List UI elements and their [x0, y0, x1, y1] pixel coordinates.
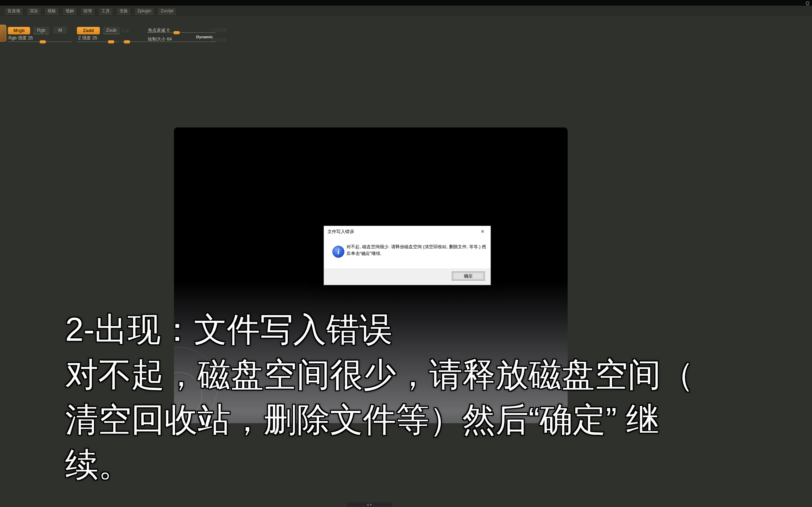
rgb-intensity-handle[interactable]	[39, 40, 46, 44]
subtitle-text: 2-出现：文件写入错误 对不起，磁盘空间很少，请释放磁盘空间（ 清空回收站，删除…	[65, 307, 694, 487]
info-icon: i	[332, 246, 344, 258]
menu-item-stencil[interactable]: 模板	[44, 7, 59, 15]
menu-item-render[interactable]: 渲染	[26, 7, 41, 15]
menu-item-zplugin[interactable]: Zplugin	[134, 7, 154, 15]
tray-arrows-icon: ▲▼	[367, 503, 372, 506]
menu-item-stroke[interactable]: 笔触	[62, 7, 77, 15]
top-right-label: Q	[806, 0, 810, 6]
menu-item-preferences[interactable]: 首选项	[4, 7, 23, 15]
rgb-intensity-label: Rgb 强度	[8, 36, 26, 40]
draw-size-value: 64	[167, 37, 172, 42]
zsub-button[interactable]: Zsub	[103, 27, 120, 34]
menu-item-texture[interactable]: 纹理	[80, 7, 95, 15]
dialog-title: 文件写入错误	[327, 229, 354, 235]
error-dialog: 文件写入错误 ✕ i 对不起, 磁盘空间很少. 请释放磁盘空间 (清空回收站, …	[324, 226, 491, 285]
menu-item-tool[interactable]: 工具	[98, 7, 113, 15]
rgb-button[interactable]: Rgb	[33, 27, 49, 34]
subtitle-line: 2-出现：文件写入错误	[65, 307, 694, 352]
subtitle-line: 清空回收站，删除文件等）然后“确定” 继	[65, 397, 694, 442]
brush-thumbnail[interactable]	[0, 25, 6, 42]
dialog-titlebar[interactable]: 文件写入错误 ✕	[324, 226, 491, 237]
subtitle-line: 续。	[65, 442, 694, 487]
zbrush-window: Q 首选项 渲染 模板 笔触 纹理 工具 变换 Zplugin Zscript …	[0, 0, 812, 507]
menu-item-transform[interactable]: 变换	[116, 7, 131, 15]
focal-shift-value: 0	[167, 28, 169, 33]
menu-bar: 首选项 渲染 模板 笔触 纹理 工具 变换 Zplugin Zscript	[0, 6, 812, 16]
mrgb-button[interactable]: Mrgb	[8, 27, 30, 35]
focal-shift-label: 焦点衰减	[148, 28, 165, 33]
dynamic-label[interactable]: Dynamic	[196, 35, 213, 39]
subtitle-line: 对不起，磁盘空间很少，请释放磁盘空间（	[65, 352, 694, 397]
z-intensity-handle[interactable]	[108, 40, 114, 44]
m-button[interactable]: M	[54, 27, 67, 34]
ok-button[interactable]: 确定	[452, 271, 485, 281]
z-intensity-slider-label: Z 强度25	[78, 35, 99, 41]
draw-size-handle[interactable]	[124, 40, 130, 44]
zadd-button[interactable]: Zadd	[77, 27, 100, 35]
focal-shift-handle[interactable]	[173, 31, 180, 35]
dialog-message: 对不起, 磁盘空间很少. 请释放磁盘空间 (清空回收站, 删除文件, 等等.) …	[346, 244, 487, 257]
disabled-shelf-button-1: 边缘	[121, 28, 129, 33]
z-intensity-label: Z 强度	[78, 36, 91, 40]
rgb-intensity-value: 25	[28, 36, 33, 40]
tray-divider-handle[interactable]: ▲▼	[347, 502, 392, 507]
disabled-shelf-button-2: 启动压敏	[211, 27, 227, 33]
menu-item-zscript[interactable]: Zscript	[157, 7, 176, 15]
focal-shift-track[interactable]	[147, 32, 216, 33]
close-icon[interactable]: ✕	[475, 226, 491, 237]
draw-size-track[interactable]	[121, 42, 216, 42]
rgb-intensity-slider-label: Rgb 强度25	[8, 35, 34, 41]
z-intensity-value: 25	[92, 36, 97, 40]
top-strip: Q	[0, 0, 812, 6]
draw-size-label: 绘制大小	[148, 37, 165, 42]
